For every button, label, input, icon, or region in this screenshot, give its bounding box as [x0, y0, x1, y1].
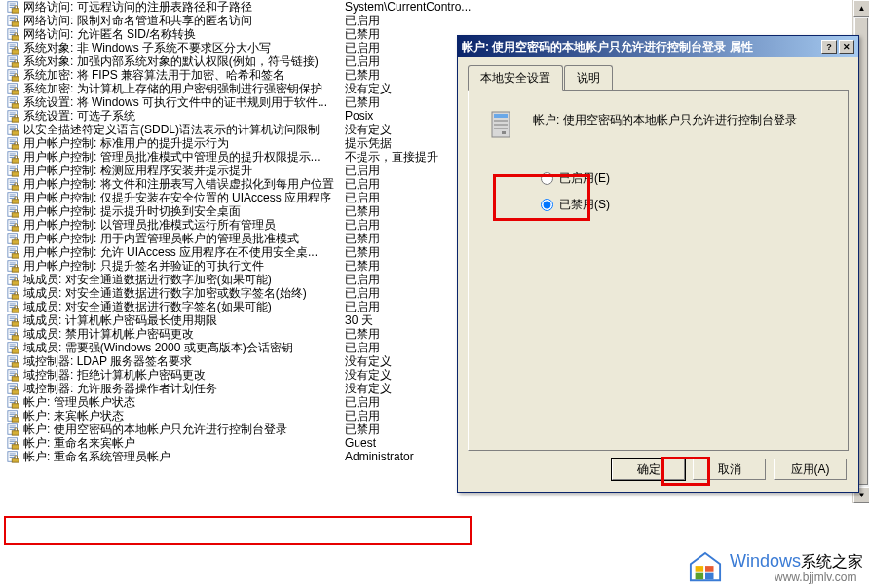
svg-rect-146: [10, 399, 16, 400]
help-button[interactable]: ?: [821, 40, 837, 54]
radio-group: 已启用(E) 已禁用(S): [541, 170, 828, 213]
svg-rect-89: [12, 240, 19, 244]
svg-rect-1: [10, 4, 16, 5]
watermark-url: www.bjjmlv.com: [775, 570, 863, 584]
policy-icon: [6, 204, 21, 218]
policy-icon: [6, 0, 21, 14]
svg-rect-71: [10, 195, 16, 196]
svg-rect-144: [12, 390, 19, 394]
svg-rect-179: [696, 573, 704, 580]
svg-rect-172: [494, 120, 508, 122]
svg-rect-126: [10, 345, 16, 346]
svg-rect-109: [12, 295, 19, 299]
svg-rect-131: [10, 358, 16, 359]
svg-rect-96: [10, 263, 16, 264]
svg-rect-141: [10, 386, 16, 386]
policy-icon: [6, 245, 21, 259]
svg-rect-39: [12, 104, 19, 108]
dialog-body: 本地安全设置 说明 帐户: 使用空密码的本地帐户只允许进行控制台登录: [458, 57, 858, 459]
svg-rect-29: [12, 77, 19, 81]
policy-icon: [6, 341, 21, 354]
svg-rect-106: [10, 290, 16, 291]
svg-rect-54: [12, 145, 19, 149]
policy-icon: [6, 327, 21, 341]
svg-rect-159: [12, 431, 19, 435]
svg-rect-175: [502, 131, 506, 134]
radio-disabled-input[interactable]: [541, 199, 553, 211]
policy-icon: [6, 164, 21, 177]
policy-icon: [6, 218, 21, 232]
policy-icon: [6, 82, 21, 95]
svg-rect-79: [12, 213, 19, 217]
svg-rect-139: [12, 377, 19, 381]
policy-icon: [6, 354, 21, 368]
svg-rect-166: [10, 454, 16, 455]
svg-rect-177: [696, 566, 704, 572]
svg-rect-156: [10, 426, 16, 427]
policy-icon: [6, 300, 21, 313]
tab-local-security[interactable]: 本地安全设置: [468, 65, 563, 91]
svg-rect-4: [12, 9, 19, 13]
apply-button[interactable]: 应用(A): [774, 459, 847, 480]
close-button[interactable]: ✕: [839, 40, 854, 54]
svg-rect-180: [705, 573, 714, 580]
svg-rect-101: [10, 276, 16, 277]
svg-rect-136: [10, 372, 16, 373]
dialog-title: 帐户: 使用空密码的本地帐户只允许进行控制台登录 属性: [462, 39, 819, 55]
svg-rect-91: [10, 249, 16, 250]
policy-icon: [6, 150, 21, 164]
svg-rect-24: [12, 63, 19, 67]
server-icon: [488, 110, 519, 141]
policy-header: 帐户: 使用空密码的本地帐户只允许进行控制台登录: [488, 108, 828, 141]
svg-rect-36: [10, 99, 16, 100]
svg-rect-66: [10, 181, 16, 182]
svg-rect-31: [10, 86, 16, 87]
radio-enabled-input[interactable]: [541, 172, 553, 185]
svg-rect-16: [10, 45, 16, 46]
policy-icon: [6, 95, 21, 109]
properties-dialog: 帐户: 使用空密码的本地帐户只允许进行控制台登录 属性 ? ✕ 本地安全设置 说…: [457, 35, 859, 493]
tab-content: 帐户: 使用空密码的本地帐户只允许进行控制台登录 已启用(E) 已禁用(S): [468, 91, 849, 451]
policy-name: 帐户: 重命名系统管理员帐户: [23, 449, 345, 465]
svg-rect-64: [12, 172, 19, 176]
policy-icon: [6, 395, 21, 409]
policy-name-label: 帐户: 使用空密码的本地帐户只允许进行控制台登录: [533, 108, 828, 129]
svg-rect-173: [494, 124, 508, 126]
svg-rect-164: [12, 445, 19, 449]
radio-enabled[interactable]: 已启用(E): [541, 170, 828, 187]
svg-rect-11: [10, 31, 16, 32]
svg-rect-81: [10, 222, 16, 223]
svg-rect-134: [12, 363, 19, 367]
tab-explain[interactable]: 说明: [564, 65, 613, 90]
policy-icon: [6, 273, 21, 286]
scroll-up-arrow[interactable]: ▲: [853, 0, 869, 17]
cancel-button[interactable]: 取消: [693, 459, 766, 480]
svg-rect-111: [10, 304, 16, 305]
svg-rect-61: [10, 167, 16, 168]
policy-icon: [6, 382, 21, 395]
tab-strip: 本地安全设置 说明: [468, 65, 849, 91]
ok-button[interactable]: 确定: [612, 459, 685, 480]
policy-icon: [6, 123, 21, 136]
svg-rect-51: [10, 140, 16, 141]
policy-icon: [6, 109, 21, 123]
policy-icon: [6, 423, 21, 436]
svg-rect-46: [10, 127, 16, 128]
svg-rect-56: [10, 154, 16, 155]
svg-rect-21: [10, 58, 16, 59]
dialog-titlebar[interactable]: 帐户: 使用空密码的本地帐户只允许进行控制台登录 属性 ? ✕: [458, 36, 858, 57]
svg-rect-161: [10, 440, 16, 441]
radio-enabled-label: 已启用(E): [559, 170, 610, 187]
svg-rect-41: [10, 113, 16, 114]
radio-disabled-label: 已禁用(S): [559, 197, 610, 213]
radio-disabled[interactable]: 已禁用(S): [541, 197, 828, 213]
svg-rect-171: [494, 114, 508, 118]
svg-rect-124: [12, 336, 19, 340]
watermark-logo-icon: [687, 551, 724, 584]
svg-rect-129: [12, 349, 19, 353]
policy-icon: [6, 232, 21, 245]
svg-rect-69: [12, 186, 19, 190]
policy-icon: [6, 191, 21, 204]
svg-rect-149: [12, 404, 19, 408]
svg-rect-6: [10, 18, 16, 18]
